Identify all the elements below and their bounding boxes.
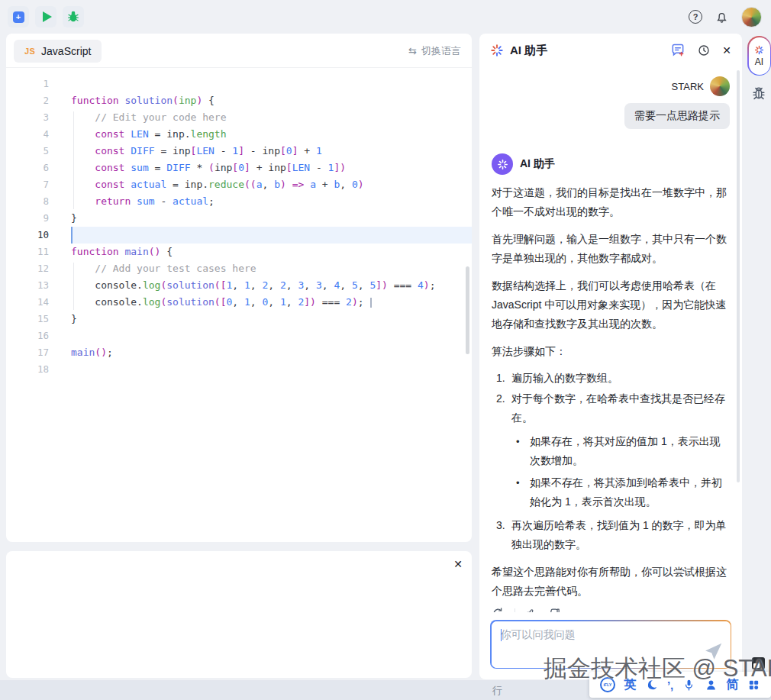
code-line[interactable]: 11function main() { bbox=[6, 244, 472, 260]
user-message-avatar bbox=[710, 76, 730, 96]
js-badge-icon: JS bbox=[24, 47, 35, 56]
thumbs-up-icon[interactable] bbox=[525, 607, 538, 612]
code-line[interactable]: 2function solution(inp) { bbox=[6, 92, 472, 109]
line-number: 13 bbox=[6, 277, 71, 294]
sparkle-icon bbox=[490, 44, 504, 57]
code-line[interactable]: 6 const sum = DIFF * (inp[0] + inp[LEN -… bbox=[6, 160, 472, 176]
new-file-button[interactable]: + bbox=[8, 6, 29, 27]
line-number: 17 bbox=[6, 344, 71, 361]
code-line[interactable]: 1 bbox=[6, 76, 472, 92]
code-line[interactable]: 17main(); bbox=[6, 344, 472, 361]
notification-bell-icon[interactable] bbox=[715, 10, 729, 24]
rail-ai-label: AI bbox=[755, 56, 763, 67]
bug-outline-icon bbox=[750, 85, 767, 102]
line-number: 12 bbox=[6, 260, 71, 277]
code-line[interactable]: 15} bbox=[6, 311, 472, 327]
ai-assistant-panel: AI 助手 ✕ STARK 需要一点思路提示 bbox=[479, 34, 742, 679]
line-number: 3 bbox=[6, 109, 71, 126]
code-line[interactable]: 8 return sum - actual; bbox=[6, 193, 472, 210]
indent-guide bbox=[73, 263, 74, 310]
code-line[interactable]: 7 const actual = inp.reduce((a, b) => a … bbox=[6, 176, 472, 193]
watermark: 掘金技术社区 @ STARK bbox=[544, 653, 771, 685]
assistant-paragraph: 希望这个思路能对你有所帮助，你可以尝试根据这个思路去完善代码。 bbox=[492, 563, 730, 601]
user-message-header: STARK bbox=[492, 76, 730, 96]
ai-panel-scrollbar[interactable] bbox=[737, 70, 740, 482]
code-lines: 12function solution(inp) {3 // Edit your… bbox=[6, 76, 472, 378]
line-number: 15 bbox=[6, 311, 71, 327]
code-line[interactable]: 5 const DIFF = inp[LEN - 1] - inp[0] + 1 bbox=[6, 143, 472, 160]
switch-language-button[interactable]: ⇆ 切换语言 bbox=[408, 34, 461, 68]
divider bbox=[515, 608, 515, 613]
code-line[interactable]: 18 bbox=[6, 361, 472, 378]
code-line[interactable]: 10 bbox=[6, 227, 472, 244]
code-line[interactable]: 16 bbox=[6, 327, 472, 344]
history-icon[interactable] bbox=[697, 44, 711, 57]
assistant-blocks: 对于这道题，我们的目标是找出在一堆数字中，那个唯一不成对出现的数字。首先理解问题… bbox=[492, 183, 730, 601]
regenerate-icon[interactable] bbox=[492, 607, 505, 612]
assistant-ordered-list: 1.遍历输入的数字数组。2.对于每个数字，在哈希表中查找其是否已经存在。•如果存… bbox=[492, 369, 730, 554]
code-line[interactable]: 9} bbox=[6, 210, 472, 227]
line-number: 5 bbox=[6, 143, 71, 160]
code-area[interactable]: 12function solution(inp) {3 // Edit your… bbox=[6, 68, 472, 541]
line-number: 6 bbox=[6, 160, 71, 176]
play-icon bbox=[43, 11, 52, 22]
help-icon[interactable]: ? bbox=[689, 10, 702, 24]
user-message-bubble: 需要一点思路提示 bbox=[624, 103, 730, 129]
plus-icon: + bbox=[13, 11, 24, 23]
tab-javascript[interactable]: JS JavaScript bbox=[14, 40, 102, 63]
editor-tabbar: JS JavaScript ⇆ 切换语言 bbox=[6, 34, 472, 68]
assistant-name: AI 助手 bbox=[520, 157, 555, 171]
list-item: •如果不存在，将其添加到哈希表中，并初始化为 1，表示首次出现。 bbox=[516, 473, 730, 511]
thumbs-down-icon[interactable] bbox=[548, 607, 561, 612]
cursor-position-label: 行 bbox=[492, 684, 502, 698]
debug-button[interactable] bbox=[63, 6, 84, 27]
code-editor-panel: JS JavaScript ⇆ 切换语言 12function solution… bbox=[6, 34, 472, 542]
line-number: 9 bbox=[6, 210, 71, 227]
ai-panel-header: AI 助手 ✕ bbox=[479, 34, 742, 67]
line-number: 8 bbox=[6, 193, 71, 210]
line-number: 7 bbox=[6, 176, 71, 193]
ai-avatar bbox=[492, 153, 513, 175]
code-line[interactable]: 13 console.log(solution([1, 1, 2, 2, 3, … bbox=[6, 277, 472, 294]
swap-arrows-icon: ⇆ bbox=[408, 45, 417, 56]
line-number: 1 bbox=[6, 76, 71, 92]
code-line[interactable]: 3 // Edit your code here bbox=[6, 109, 472, 126]
ai-panel-title: AI 助手 bbox=[510, 44, 547, 58]
editor-scrollbar[interactable] bbox=[466, 266, 469, 354]
list-item: 3.再次遍历哈希表，找到值为 1 的数字，即为单独出现的数字。 bbox=[496, 516, 730, 554]
list-item: 1.遍历输入的数字数组。 bbox=[496, 369, 730, 388]
line-number: 18 bbox=[6, 361, 71, 378]
assistant-paragraph: 算法步骤如下： bbox=[492, 342, 730, 361]
user-name: STARK bbox=[672, 81, 704, 92]
line-number: 4 bbox=[6, 126, 71, 143]
switch-language-label: 切换语言 bbox=[421, 44, 461, 58]
console-close-icon[interactable]: ✕ bbox=[453, 558, 463, 570]
line-number: 2 bbox=[6, 92, 71, 109]
list-item: •如果存在，将其对应的值加 1，表示出现次数增加。 bbox=[516, 432, 730, 470]
code-line[interactable]: 12 // Add your test cases here bbox=[6, 260, 472, 277]
chat-scroll-area[interactable]: STARK 需要一点思路提示 AI 助手 对于这道题，我们的目标是找出在一堆数字… bbox=[479, 67, 742, 612]
tab-label: JavaScript bbox=[41, 45, 91, 57]
message-actions bbox=[492, 607, 730, 612]
new-chat-icon[interactable] bbox=[670, 43, 686, 58]
code-line[interactable]: 14 console.log(solution([0, 1, 0, 1, 2])… bbox=[6, 294, 472, 311]
assistant-header: AI 助手 bbox=[492, 129, 730, 175]
sparkle-icon bbox=[754, 45, 764, 55]
line-number: 11 bbox=[6, 244, 71, 260]
indent-guide bbox=[73, 111, 74, 209]
line-number: 16 bbox=[6, 327, 71, 344]
line-number: 14 bbox=[6, 294, 71, 311]
line-number: 10 bbox=[6, 227, 71, 244]
assistant-paragraph: 首先理解问题，输入是一组数字，其中只有一个数字是单独出现的，其他数字都成对。 bbox=[492, 230, 730, 268]
code-line[interactable]: 4 const LEN = inp.length bbox=[6, 126, 472, 143]
rail-ai-toggle-button[interactable]: AI bbox=[747, 36, 771, 76]
ai-panel-close-icon[interactable]: ✕ bbox=[722, 44, 731, 56]
run-button[interactable] bbox=[35, 6, 56, 27]
rail-debug-button[interactable] bbox=[750, 85, 767, 105]
top-toolbar: + ? bbox=[0, 0, 771, 34]
list-item: 2.对于每个数字，在哈希表中查找其是否已经存在。 bbox=[496, 389, 730, 427]
assistant-paragraph: 对于这道题，我们的目标是找出在一堆数字中，那个唯一不成对出现的数字。 bbox=[492, 183, 730, 221]
assistant-paragraph: 数据结构选择上，我们可以考虑使用哈希表（在 JavaScript 中可以用对象来… bbox=[492, 276, 730, 334]
bug-icon bbox=[66, 10, 80, 24]
user-avatar[interactable] bbox=[741, 7, 762, 27]
